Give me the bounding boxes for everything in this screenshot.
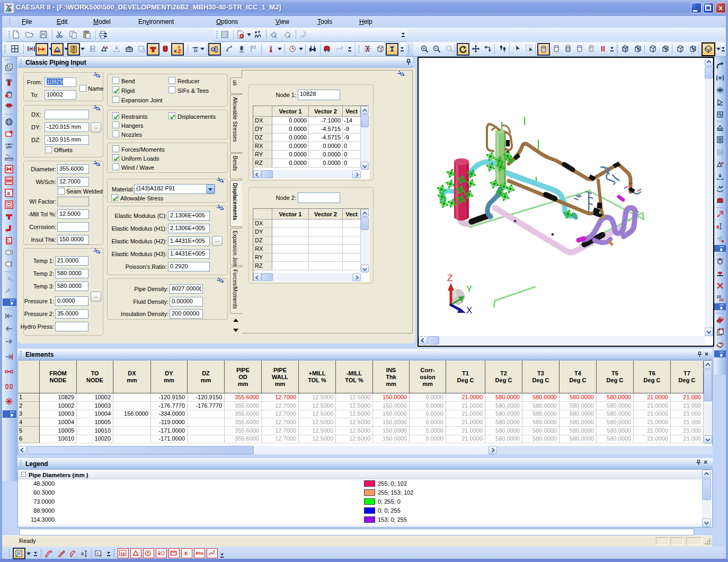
svg-text:Z: Z <box>447 273 452 283</box>
svg-text:10+: 10+ <box>6 145 12 149</box>
svg-text:a: a <box>716 224 720 230</box>
svg-text:a: a <box>7 190 11 196</box>
svg-text:a: a <box>81 551 84 556</box>
svg-text:10: 10 <box>193 49 198 52</box>
svg-text:Y: Y <box>466 284 472 294</box>
svg-text:20: 20 <box>719 297 724 302</box>
svg-text:E: E <box>184 551 188 556</box>
svg-text:X: X <box>466 305 472 315</box>
svg-text:a: a <box>96 551 99 555</box>
svg-text:Rho: Rho <box>196 551 203 556</box>
svg-text:10: 10 <box>120 551 125 556</box>
